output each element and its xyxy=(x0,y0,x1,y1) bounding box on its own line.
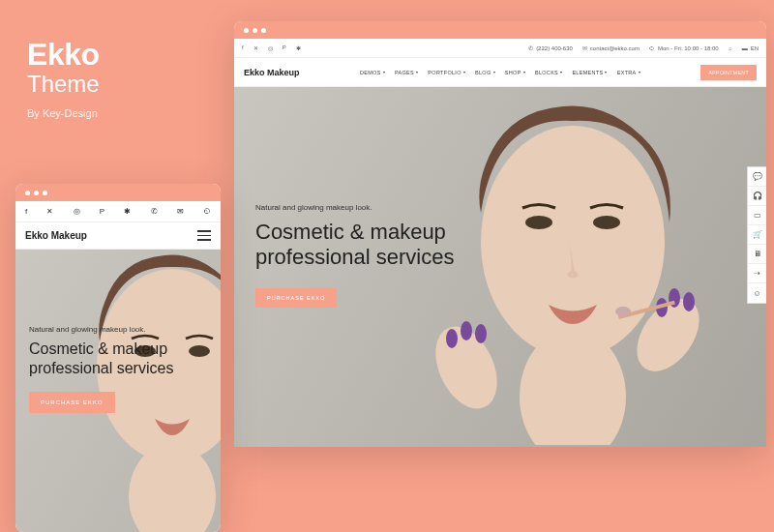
svg-point-1 xyxy=(525,216,552,229)
desktop-preview: f ✕ ◎ P ✱ ✆(222) 400-630 ✉contact@ekko.c… xyxy=(234,21,766,447)
phone-icon: ✆ xyxy=(528,44,533,51)
headset-icon[interactable]: 🎧 xyxy=(748,187,766,206)
site-logo[interactable]: Ekko Makeup xyxy=(244,68,300,77)
appointment-button[interactable]: APPOINTMENT xyxy=(700,65,757,80)
chevron-down-icon: ▾ xyxy=(493,70,495,74)
svg-point-7 xyxy=(475,324,487,343)
window-dot xyxy=(261,28,266,33)
desktop-icon[interactable]: 🖥 xyxy=(748,245,766,264)
mobile-hero: Natural and glowing makeup look. Cosmeti… xyxy=(15,250,221,532)
facebook-icon[interactable]: f xyxy=(242,44,244,51)
hero-headline: Cosmetic & makeup professional services xyxy=(29,340,207,378)
nav-item-blog[interactable]: BLOG▾ xyxy=(475,70,495,75)
mobile-preview: f ✕ ◎ P ✱ ✆ ✉ ⏲ Ekko Makeup Natu xyxy=(15,184,221,532)
chevron-down-icon: ▾ xyxy=(463,70,465,74)
hero-content: Natural and glowing makeup look. Cosmeti… xyxy=(255,203,454,308)
chat-icon[interactable]: 💬 xyxy=(748,167,766,187)
clock-icon[interactable]: ⏲ xyxy=(203,207,211,216)
promo-byline: By Key-Design xyxy=(27,107,100,119)
hero-image xyxy=(418,97,747,445)
purchase-button[interactable]: PURCHASE EKKO xyxy=(29,392,115,413)
promo-header: Ekko Theme By Key-Design xyxy=(27,37,100,119)
hero-eyebrow: Natural and glowing makeup look. xyxy=(29,325,207,334)
svg-point-2 xyxy=(593,216,620,229)
cart-icon[interactable]: 🛒 xyxy=(748,225,766,245)
purchase-button[interactable]: PURCHASE EKKO xyxy=(255,288,337,308)
pinterest-icon[interactable]: P xyxy=(100,207,104,216)
nav-item-elements[interactable]: ELEMENTS▾ xyxy=(572,70,607,75)
user-icon[interactable]: ☺ xyxy=(748,283,766,303)
nav-item-extra[interactable]: EXTRA▾ xyxy=(617,70,640,75)
window-dot xyxy=(43,191,47,195)
hamburger-menu-icon[interactable] xyxy=(197,230,211,241)
svg-point-6 xyxy=(461,321,472,340)
chevron-down-icon: ▾ xyxy=(383,70,385,74)
lang-switch[interactable]: ▬EN xyxy=(742,45,759,51)
window-dot xyxy=(34,191,39,195)
facebook-icon[interactable]: f xyxy=(25,207,27,216)
book-icon[interactable]: ▭ xyxy=(748,206,766,225)
instagram-icon[interactable]: ◎ xyxy=(268,44,273,51)
topbar: f ✕ ◎ P ✱ ✆(222) 400-630 ✉contact@ekko.c… xyxy=(234,39,766,58)
flag-icon: ▬ xyxy=(742,45,748,51)
chevron-down-icon: ▾ xyxy=(523,70,525,74)
main-nav: Ekko Makeup DEMOS▾ PAGES▾ PORTFOLIO▾ BLO… xyxy=(234,58,766,87)
window-dot xyxy=(253,28,257,33)
pinterest-icon[interactable]: P xyxy=(283,44,286,51)
twitter-icon[interactable]: ✕ xyxy=(253,44,258,51)
svg-point-13 xyxy=(615,307,631,316)
topbar-info: ✆(222) 400-630 ✉contact@ekko.com ⏲Mon - … xyxy=(528,44,759,51)
instagram-icon[interactable]: ◎ xyxy=(74,207,80,216)
svg-point-17 xyxy=(129,443,216,532)
email[interactable]: ✉contact@ekko.com xyxy=(582,44,640,51)
chevron-down-icon: ▾ xyxy=(416,70,418,74)
browser-chrome xyxy=(234,21,766,39)
window-dot xyxy=(25,191,30,195)
hero-headline: Cosmetic & makeup professional services xyxy=(255,220,454,271)
chevron-down-icon: ▾ xyxy=(605,70,607,74)
social-links: f ✕ ◎ P ✱ xyxy=(242,44,301,51)
hero-eyebrow: Natural and glowing makeup look. xyxy=(255,203,454,212)
chevron-down-icon: ▾ xyxy=(560,70,562,74)
browser-chrome xyxy=(15,184,221,201)
yelp-icon[interactable]: ✱ xyxy=(124,207,131,216)
search-icon[interactable]: ⌕ xyxy=(729,45,732,51)
mail-icon: ✉ xyxy=(582,44,587,51)
nav-item-pages[interactable]: PAGES▾ xyxy=(395,70,418,75)
site-logo[interactable]: Ekko Makeup xyxy=(25,230,87,241)
svg-point-5 xyxy=(446,329,458,348)
twitter-icon[interactable]: ✕ xyxy=(46,207,53,216)
mobile-nav: Ekko Makeup xyxy=(15,222,221,250)
mobile-hero-content: Natural and glowing makeup look. Cosmeti… xyxy=(29,325,207,413)
phone[interactable]: ✆(222) 400-630 xyxy=(528,44,573,51)
side-widget: 💬 🎧 ▭ 🛒 🖥 ⇢ ☺ xyxy=(747,166,766,304)
chevron-down-icon: ▾ xyxy=(639,70,640,74)
promo-title: Ekko xyxy=(27,37,100,73)
phone-icon[interactable]: ✆ xyxy=(151,207,158,216)
nav-item-demos[interactable]: DEMOS▾ xyxy=(360,70,385,75)
nav-item-blocks[interactable]: BLOCKS▾ xyxy=(535,70,562,75)
mobile-topbar: f ✕ ◎ P ✱ ✆ ✉ ⏲ xyxy=(15,201,221,222)
svg-point-11 xyxy=(683,292,695,311)
mail-icon[interactable]: ✉ xyxy=(177,207,184,216)
share-icon[interactable]: ⇢ xyxy=(748,264,766,283)
nav-item-shop[interactable]: SHOP▾ xyxy=(505,70,525,75)
window-dot xyxy=(244,28,249,33)
clock-icon: ⏲ xyxy=(649,45,655,51)
nav-menu: DEMOS▾ PAGES▾ PORTFOLIO▾ BLOG▾ SHOP▾ BLO… xyxy=(300,70,701,75)
nav-item-portfolio[interactable]: PORTFOLIO▾ xyxy=(428,70,465,75)
hero-section: Natural and glowing makeup look. Cosmeti… xyxy=(234,87,766,447)
hours: ⏲Mon - Fri: 10:00 - 18:00 xyxy=(649,45,719,51)
promo-subtitle: Theme xyxy=(27,71,100,98)
yelp-icon[interactable]: ✱ xyxy=(296,44,301,51)
